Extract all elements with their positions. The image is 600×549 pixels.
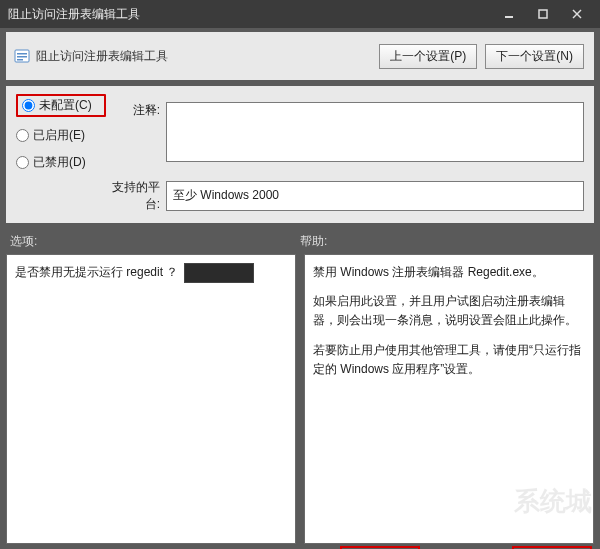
radio-not-configured-label: 未配置(C)	[39, 97, 92, 114]
section-labels: 选项: 帮助:	[10, 233, 590, 250]
comment-label: 注释:	[106, 102, 166, 162]
help-pane: 禁用 Windows 注册表编辑器 Regedit.exe。 如果启用此设置，并…	[304, 254, 594, 544]
options-pane: 是否禁用无提示运行 regedit ？	[6, 254, 296, 544]
comment-textarea[interactable]	[166, 102, 584, 162]
svg-rect-0	[505, 16, 513, 18]
help-label: 帮助:	[300, 233, 590, 250]
radio-disabled-input[interactable]	[16, 156, 29, 169]
window-controls	[492, 0, 594, 28]
help-paragraph-1: 禁用 Windows 注册表编辑器 Regedit.exe。	[313, 263, 585, 282]
svg-rect-1	[539, 10, 547, 18]
option-question: 是否禁用无提示运行 regedit ？	[15, 263, 178, 282]
window-title: 阻止访问注册表编辑工具	[8, 6, 492, 23]
titlebar: 阻止访问注册表编辑工具	[0, 0, 600, 28]
close-button[interactable]	[560, 0, 594, 28]
svg-rect-6	[17, 56, 27, 58]
policy-icon	[14, 48, 30, 64]
radio-not-configured-input[interactable]	[22, 99, 35, 112]
option-row: 是否禁用无提示运行 regedit ？	[15, 263, 287, 283]
radio-not-configured[interactable]: 未配置(C)	[16, 94, 106, 117]
minimize-button[interactable]	[492, 0, 526, 28]
platform-label: 支持的平台:	[106, 179, 166, 213]
config-panel: 未配置(C) 已启用(E) 已禁用(D) 注释: 支持的平台: 至少 Windo…	[6, 86, 594, 223]
supported-platform: 至少 Windows 2000	[166, 181, 584, 211]
help-paragraph-3: 若要防止用户使用其他管理工具，请使用“只运行指定的 Windows 应用程序”设…	[313, 341, 585, 379]
policy-name: 阻止访问注册表编辑工具	[36, 48, 379, 65]
panes: 是否禁用无提示运行 regedit ？ 禁用 Windows 注册表编辑器 Re…	[6, 254, 594, 544]
svg-rect-7	[17, 59, 23, 61]
radio-enabled-input[interactable]	[16, 129, 29, 142]
maximize-button[interactable]	[526, 0, 560, 28]
state-radios: 未配置(C) 已启用(E) 已禁用(D)	[16, 92, 106, 171]
options-label: 选项:	[10, 233, 300, 250]
svg-rect-5	[17, 53, 27, 55]
radio-enabled-label: 已启用(E)	[33, 127, 85, 144]
radio-disabled[interactable]: 已禁用(D)	[16, 154, 106, 171]
next-setting-button[interactable]: 下一个设置(N)	[485, 44, 584, 69]
radio-disabled-label: 已禁用(D)	[33, 154, 86, 171]
option-select[interactable]	[184, 263, 254, 283]
policy-header: 阻止访问注册表编辑工具 上一个设置(P) 下一个设置(N)	[6, 32, 594, 80]
help-paragraph-2: 如果启用此设置，并且用户试图启动注册表编辑器，则会出现一条消息，说明设置会阻止此…	[313, 292, 585, 330]
previous-setting-button[interactable]: 上一个设置(P)	[379, 44, 477, 69]
radio-enabled[interactable]: 已启用(E)	[16, 127, 106, 144]
